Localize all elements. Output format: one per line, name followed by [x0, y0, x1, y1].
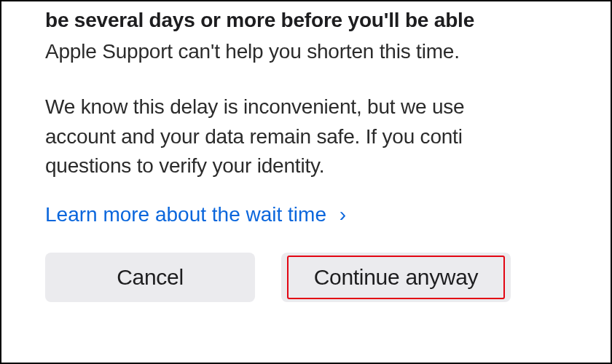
learn-more-text: Learn more about the wait time — [45, 203, 326, 226]
continue-anyway-button[interactable]: Continue anyway — [281, 253, 511, 302]
account-recovery-dialog: be several days or more before you'll be… — [1, 6, 611, 302]
delay-line-1: We know this delay is inconvenient, but … — [45, 92, 611, 122]
continue-label: Continue anyway — [314, 265, 479, 290]
support-note: Apple Support can't help you shorten thi… — [45, 37, 611, 67]
delay-paragraph: We know this delay is inconvenient, but … — [45, 92, 611, 181]
chevron-right-icon: › — [340, 203, 346, 226]
cancel-button[interactable]: Cancel — [45, 253, 255, 302]
learn-more-link[interactable]: Learn more about the wait time › — [45, 203, 346, 226]
dialog-button-row: Cancel Continue anyway — [45, 253, 611, 302]
warning-bold-fragment: be several days or more before you'll be… — [45, 6, 611, 36]
delay-line-3: questions to verify your identity. — [45, 151, 611, 181]
delay-line-2: account and your data remain safe. If yo… — [45, 122, 611, 152]
